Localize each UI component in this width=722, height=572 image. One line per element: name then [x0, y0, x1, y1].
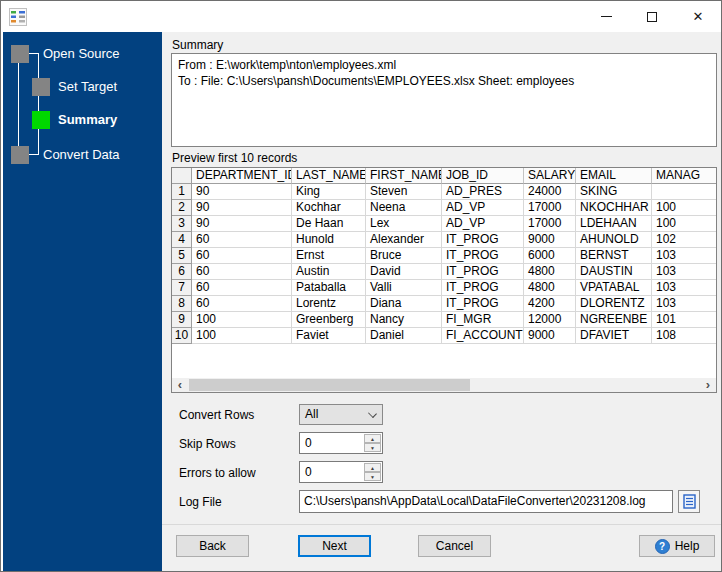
- errors-to-allow-stepper[interactable]: 0 ▲ ▼: [299, 461, 383, 483]
- table-cell: DFAVIET: [576, 328, 652, 344]
- next-button[interactable]: Next: [298, 535, 371, 557]
- column-header[interactable]: JOB_ID: [442, 168, 524, 184]
- cancel-button[interactable]: Cancel: [418, 535, 491, 557]
- column-header[interactable]: SALARY: [524, 168, 576, 184]
- table-cell: 103: [652, 296, 717, 312]
- preview-table-rows: 190KingStevenAD_PRES24000SKING290Kochhar…: [172, 184, 716, 344]
- sidebar-step-open-source[interactable]: Open Source: [43, 45, 120, 63]
- table-cell: King: [292, 184, 366, 200]
- column-header[interactable]: MANAG: [652, 168, 717, 184]
- horizontal-scrollbar[interactable]: ‹ ›: [172, 378, 716, 392]
- row-number-cell: 1: [172, 184, 192, 200]
- table-cell: Ernst: [292, 248, 366, 264]
- table-row[interactable]: 10100FavietDanielFI_ACCOUNT9000DFAVIET10…: [172, 328, 716, 344]
- table-cell: NGREENBE: [576, 312, 652, 328]
- step-connector-h1: [29, 53, 39, 54]
- minimize-button[interactable]: [583, 1, 629, 32]
- step-square-convert-data[interactable]: [11, 146, 29, 164]
- scrollbar-thumb[interactable]: [189, 379, 470, 391]
- table-cell: Alexander: [366, 232, 442, 248]
- table-cell: 4800: [524, 280, 576, 296]
- table-cell: AD_VP: [442, 200, 524, 216]
- table-cell: Steven: [366, 184, 442, 200]
- convert-rows-select[interactable]: All: [299, 404, 383, 425]
- main-panel: Summary From : E:\work\temp\nton\employe…: [162, 32, 722, 571]
- step-square-summary[interactable]: [32, 111, 50, 129]
- table-row[interactable]: 290KochharNeenaAD_VP17000NKOCHHAR100: [172, 200, 716, 216]
- table-cell: Pataballa: [292, 280, 366, 296]
- table-cell: IT_PROG: [442, 296, 524, 312]
- column-header[interactable]: LAST_NAME: [292, 168, 366, 184]
- table-cell: 103: [652, 248, 717, 264]
- table-cell: 12000: [524, 312, 576, 328]
- browse-log-file-button[interactable]: [678, 490, 700, 513]
- step-square-set-target[interactable]: [32, 78, 50, 96]
- table-cell: 60: [192, 248, 292, 264]
- table-row[interactable]: 190KingStevenAD_PRES24000SKING: [172, 184, 716, 200]
- scroll-left-icon[interactable]: ‹: [172, 378, 188, 392]
- skip-rows-down-icon[interactable]: ▼: [364, 443, 381, 452]
- row-number-cell: 2: [172, 200, 192, 216]
- help-button[interactable]: ? Help: [639, 535, 715, 557]
- close-button[interactable]: ✕: [675, 1, 721, 32]
- table-cell: LDEHAAN: [576, 216, 652, 232]
- table-row[interactable]: 390De HaanLexAD_VP17000LDEHAAN100: [172, 216, 716, 232]
- sidebar-step-convert-data[interactable]: Convert Data: [43, 146, 120, 164]
- skip-rows-stepper[interactable]: 0 ▲ ▼: [299, 432, 383, 454]
- table-cell: Faviet: [292, 328, 366, 344]
- table-cell: 90: [192, 184, 292, 200]
- table-row[interactable]: 460HunoldAlexanderIT_PROG9000AHUNOLD102: [172, 232, 716, 248]
- table-cell: 4800: [524, 264, 576, 280]
- step-connector-inner: [38, 53, 39, 155]
- wizard-sidebar: Open Source Set Target Summary Convert D…: [3, 32, 162, 571]
- help-icon: ?: [655, 539, 670, 554]
- table-cell: 108: [652, 328, 717, 344]
- table-cell: 100: [652, 216, 717, 232]
- sidebar-step-set-target[interactable]: Set Target: [58, 78, 117, 96]
- skip-rows-up-icon[interactable]: ▲: [364, 434, 381, 443]
- errors-up-icon[interactable]: ▲: [364, 463, 381, 472]
- table-cell: 60: [192, 296, 292, 312]
- step-connector-h2: [29, 154, 39, 155]
- skip-rows-value: 0: [305, 436, 312, 450]
- table-cell: 103: [652, 280, 717, 296]
- table-cell: [652, 184, 717, 200]
- maximize-button[interactable]: [629, 1, 675, 32]
- column-header[interactable]: FIRST_NAME: [366, 168, 442, 184]
- table-cell: Hunold: [292, 232, 366, 248]
- table-cell: Bruce: [366, 248, 442, 264]
- title-bar[interactable]: ✕: [1, 1, 721, 32]
- table-cell: DLORENTZ: [576, 296, 652, 312]
- table-cell: AD_PRES: [442, 184, 524, 200]
- sidebar-step-summary[interactable]: Summary: [58, 111, 117, 129]
- table-cell: Neena: [366, 200, 442, 216]
- table-row[interactable]: 660AustinDavidIT_PROG4800DAUSTIN103: [172, 264, 716, 280]
- table-cell: 101: [652, 312, 717, 328]
- log-file-input[interactable]: C:\Users\pansh\AppData\Local\DataFileCon…: [299, 490, 673, 513]
- preview-table[interactable]: DEPARTMENT_IDLAST_NAMEFIRST_NAMEJOB_IDSA…: [171, 167, 717, 393]
- table-cell: 60: [192, 264, 292, 280]
- table-cell: AHUNOLD: [576, 232, 652, 248]
- row-number-header[interactable]: [172, 168, 192, 184]
- errors-down-icon[interactable]: ▼: [364, 472, 381, 481]
- table-row[interactable]: 560ErnstBruceIT_PROG6000BERNST103: [172, 248, 716, 264]
- step-square-open-source[interactable]: [11, 45, 29, 63]
- table-cell: 60: [192, 232, 292, 248]
- table-row[interactable]: 860LorentzDianaIT_PROG4200DLORENTZ103: [172, 296, 716, 312]
- row-number-cell: 8: [172, 296, 192, 312]
- table-cell: 90: [192, 216, 292, 232]
- column-header[interactable]: DEPARTMENT_ID: [192, 168, 292, 184]
- table-cell: BERNST: [576, 248, 652, 264]
- table-cell: DAUSTIN: [576, 264, 652, 280]
- column-header[interactable]: EMAIL: [576, 168, 652, 184]
- table-row[interactable]: 9100GreenbergNancyFI_MGR12000NGREENBE101: [172, 312, 716, 328]
- window-controls: ✕: [583, 1, 721, 32]
- back-button[interactable]: Back: [176, 535, 249, 557]
- table-cell: 9000: [524, 232, 576, 248]
- table-cell: 60: [192, 280, 292, 296]
- scroll-right-icon[interactable]: ›: [700, 378, 716, 392]
- table-row[interactable]: 760PataballaValliIT_PROG4800VPATABAL103: [172, 280, 716, 296]
- close-icon: ✕: [693, 10, 704, 23]
- summary-section-label: Summary: [172, 38, 223, 52]
- table-cell: Kochhar: [292, 200, 366, 216]
